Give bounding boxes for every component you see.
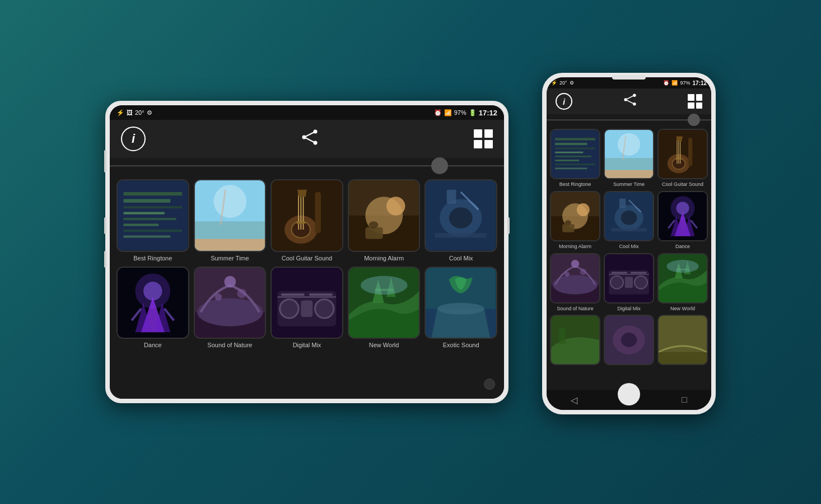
sound-item-summer-time[interactable]: Summer Time [604, 129, 654, 188]
phone-share-button[interactable] [623, 94, 637, 109]
svg-rect-9 [123, 212, 164, 214]
sound-item-digital-mix[interactable]: Digital Mix [270, 267, 343, 349]
sound-label-digital-mix: Digital Mix [617, 306, 641, 312]
sound-item-dance[interactable]: Dance [116, 267, 189, 349]
svg-point-124 [610, 276, 623, 288]
svg-rect-26 [296, 221, 306, 223]
svg-point-120 [565, 272, 570, 277]
tablet-side-btn-right[interactable] [507, 217, 510, 234]
phone-info-button[interactable]: i [556, 93, 572, 110]
sound-item-morning-alarm[interactable]: Morning Alarm [348, 179, 421, 262]
svg-rect-77 [555, 152, 583, 153]
svg-rect-90 [688, 138, 692, 166]
tablet-grid-button[interactable] [474, 129, 493, 148]
tablet-info-button[interactable]: i [121, 127, 146, 151]
svg-point-57 [315, 299, 334, 318]
svg-rect-75 [555, 143, 587, 145]
svg-rect-100 [562, 224, 575, 232]
sound-item-sound-nature[interactable]: Sound of Nature [194, 267, 267, 349]
tablet-side-btn-top[interactable] [104, 150, 106, 172]
sound-label-sound-nature: Sound of Nature [557, 306, 594, 312]
phone-grid-button[interactable] [688, 94, 702, 109]
sound-item-morning-alarm[interactable]: Morning Alarm [550, 191, 600, 250]
tablet-temp: 20° [135, 109, 144, 116]
svg-rect-60 [281, 293, 305, 296]
phone-sound-grid: Best Ringtone Summer Time Cool Guitar So… [550, 129, 708, 367]
sound-item-partial2[interactable] [604, 315, 654, 367]
sound-item-digital-mix[interactable]: Digital Mix [604, 253, 654, 312]
sound-label-cool-mix: Cool Mix [619, 244, 638, 250]
sound-label-morning-alarm: Morning Alarm [559, 244, 591, 250]
svg-rect-94 [675, 158, 682, 160]
sound-label-cool-guitar: Cool Guitar Sound [282, 255, 333, 262]
tablet-status-bar: ⚡ 🖼 20° ⚙ ⏰ 📶 97% 🔋 17:12 [110, 105, 504, 120]
tablet-sound-grid: Best Ringtone Summer Time Cool Guitar So… [116, 179, 497, 349]
sound-item-new-world[interactable]: New World [657, 253, 708, 312]
phone-home-button[interactable]: △ [626, 395, 633, 405]
sound-item-exotic-sound[interactable]: Exotic Sound [425, 267, 497, 349]
svg-rect-8 [123, 206, 182, 208]
tablet-share-button[interactable] [301, 129, 319, 149]
svg-rect-106 [619, 198, 626, 208]
phone-signal-icon: 📶 [671, 80, 678, 86]
sound-thumb-partial1 [550, 315, 600, 365]
svg-rect-128 [611, 272, 627, 273]
svg-rect-22 [315, 192, 321, 233]
sound-thumb-partial3 [657, 315, 708, 365]
sound-item-sound-nature[interactable]: Sound of Nature [550, 253, 600, 312]
sound-item-best-ringtone[interactable]: Best Ringtone [116, 179, 189, 262]
sound-item-new-world[interactable]: New World [348, 267, 421, 349]
sound-item-partial3[interactable] [657, 315, 708, 367]
tablet-camera [484, 379, 495, 390]
sound-thumb-new-world [657, 253, 708, 304]
svg-rect-126 [625, 277, 633, 288]
phone-scroll-bar[interactable] [547, 114, 711, 125]
sound-item-cool-mix[interactable]: Cool Mix [604, 191, 654, 250]
tablet-side-btn-bot[interactable] [104, 251, 106, 268]
sound-label-cool-mix: Cool Mix [449, 255, 473, 262]
phone-temp: 20° [559, 80, 567, 86]
svg-rect-7 [123, 199, 170, 202]
svg-point-137 [621, 333, 637, 347]
tablet-status-left: ⚡ 🖼 20° ⚙ [116, 109, 152, 116]
tablet-scroll-bar[interactable] [110, 158, 504, 174]
sound-label-sound-nature: Sound of Nature [207, 342, 252, 349]
sound-label-summer-time: Summer Time [613, 181, 645, 188]
sound-item-cool-mix[interactable]: Cool Mix [425, 179, 497, 262]
phone-screen: ⚡ 20° ⚙ ⏰ 📶 97% 17:12 i [547, 77, 711, 410]
sound-label-new-world: New World [670, 306, 695, 312]
svg-point-104 [621, 211, 637, 225]
svg-rect-78 [555, 156, 591, 157]
svg-rect-13 [123, 235, 170, 237]
sound-item-summer-time[interactable]: Summer Time [194, 179, 267, 262]
svg-point-56 [280, 299, 298, 318]
sound-item-best-ringtone[interactable]: Best Ringtone [550, 129, 600, 188]
sound-item-cool-guitar[interactable]: Cool Guitar Sound [270, 179, 343, 262]
sound-label-best-ringtone: Best Ringtone [559, 181, 591, 188]
svg-point-33 [368, 221, 378, 228]
tablet-side-btn-mid[interactable] [104, 217, 106, 234]
phone-app-header: i [547, 88, 711, 114]
tablet-time: 17:12 [479, 109, 497, 117]
phone-status-right: ⏰ 📶 97% 17:12 [663, 80, 707, 86]
android-icon: ⚙ [147, 109, 152, 116]
svg-line-72 [626, 100, 635, 104]
phone-back-button[interactable]: ◁ [571, 395, 577, 405]
alarm-icon: ⏰ [434, 109, 442, 116]
phone-scroll-thumb[interactable] [688, 114, 700, 126]
sound-thumb-cool-guitar [657, 129, 708, 179]
sound-item-partial1[interactable] [550, 315, 600, 367]
tablet-scroll-thumb[interactable] [431, 157, 448, 174]
svg-line-4 [304, 137, 315, 143]
svg-rect-5 [118, 180, 188, 251]
battery-icon: 🔋 [469, 109, 477, 116]
svg-rect-73 [551, 130, 599, 178]
tablet: ⚡ 🖼 20° ⚙ ⏰ 📶 97% 🔋 17:12 i [105, 101, 509, 403]
sound-item-dance[interactable]: Dance [657, 191, 708, 250]
svg-point-125 [635, 276, 647, 288]
svg-point-36 [449, 207, 473, 228]
sound-thumb-best-ringtone [116, 179, 189, 252]
svg-rect-139 [659, 352, 707, 365]
sound-item-cool-guitar[interactable]: Cool Guitar Sound [657, 129, 708, 188]
phone-recents-button[interactable]: □ [682, 395, 687, 405]
